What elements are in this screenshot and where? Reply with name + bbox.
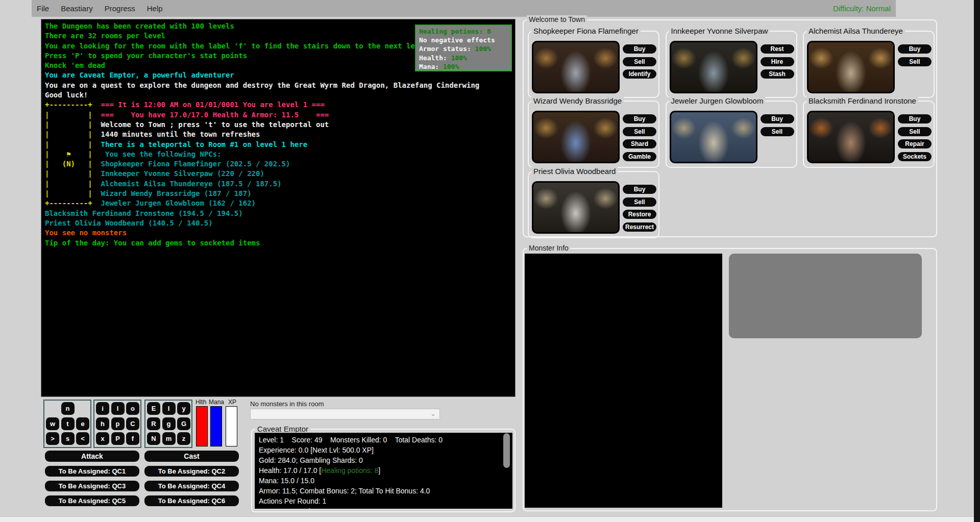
key-z[interactable]: z <box>177 432 190 445</box>
npc-buy-button[interactable]: Buy <box>898 44 932 54</box>
menu-item-file[interactable]: File <box>35 4 51 13</box>
key-P[interactable]: P <box>111 432 125 445</box>
npc-portrait <box>532 41 620 93</box>
menu-item-beastiary[interactable]: Beastiary <box>59 4 95 13</box>
key-<[interactable]: < <box>76 432 89 445</box>
key-G[interactable]: G <box>177 417 190 430</box>
npc-identify-button[interactable]: Identify <box>623 69 656 79</box>
key-p[interactable]: p <box>111 417 125 430</box>
hud-line-segment: 100% <box>443 63 459 70</box>
npc-card-3: Alchemist Ailsa ThundereyeBuySell <box>803 31 935 98</box>
key-R[interactable]: R <box>147 417 160 430</box>
console-line-segment <box>92 199 101 207</box>
monster-select-dropdown[interactable]: ⌄ <box>250 409 440 419</box>
key-y[interactable]: y <box>177 402 190 415</box>
key-s[interactable]: s <box>61 432 75 445</box>
key-t[interactable]: t <box>61 417 75 430</box>
npc-name: Shopkeeper Fiona Flamefinger <box>531 27 641 35</box>
key-m[interactable]: m <box>162 432 176 445</box>
npc-buy-button[interactable]: Buy <box>623 44 656 54</box>
console-line-segment: 1440 minutes until the town refreshes <box>101 130 260 138</box>
key-g[interactable]: g <box>162 417 176 430</box>
console-line: +---------+ Jeweler Jurgen Glowbloom (16… <box>45 198 515 208</box>
npc-sockets-button[interactable]: Sockets <box>898 152 932 161</box>
npc-portrait <box>807 111 895 163</box>
npc-buy-button[interactable]: Buy <box>761 114 794 123</box>
key-o[interactable]: o <box>126 402 139 415</box>
npc-sell-button[interactable]: Sell <box>623 197 656 207</box>
stats-scrollbar-thumb[interactable] <box>503 433 510 468</box>
console-line-segment: You see no monsters <box>45 229 127 237</box>
console-line-segment <box>92 189 101 197</box>
quick-command-button-1[interactable]: To Be Assigned: QC1 <box>45 466 139 477</box>
hud-line: Health: 100% <box>419 54 508 62</box>
hud-line-segment: Mana: <box>419 63 443 70</box>
console-line: | | Welcome to Town ; press 't' to use t… <box>45 120 515 130</box>
console-line-segment: Innkeeper Yvonne Silverpaw (220 / 220) <box>101 169 264 178</box>
xp-bar-label: XP <box>228 399 236 406</box>
quick-command-button-2[interactable]: To Be Assigned: QC2 <box>144 466 239 477</box>
menu-item-progress[interactable]: Progress <box>103 4 137 13</box>
console-line-segment <box>92 169 101 178</box>
console-line: +---------+ === It is 12:00 AM on 01/01/… <box>45 100 515 110</box>
npc-buy-button[interactable]: Buy <box>623 114 656 123</box>
hud-line: No negative effects <box>419 36 508 44</box>
key-n[interactable]: n <box>61 402 75 415</box>
console-line-segment <box>92 160 101 168</box>
key->[interactable]: > <box>46 432 59 445</box>
hud-line: Mana: 100% <box>419 62 508 71</box>
npc-sell-button[interactable]: Sell <box>898 57 932 66</box>
quick-command-button-5[interactable]: To Be Assigned: QC5 <box>45 495 139 506</box>
xp-bar <box>226 406 237 446</box>
hud-line: Healing potions: 8 <box>419 27 508 36</box>
npc-buy-button[interactable]: Buy <box>623 185 656 194</box>
key-i[interactable]: i <box>96 402 109 415</box>
console-line: | | 1440 minutes until the town refreshe… <box>45 130 515 139</box>
key-f[interactable]: f <box>126 432 139 445</box>
npc-name: Blacksmith Ferdinand Ironstone <box>806 96 918 105</box>
quick-command-button-6[interactable]: To Be Assigned: QC6 <box>144 495 239 506</box>
character-stats: Level: 1 Score: 49 Monsters Killed: 0 To… <box>254 432 513 509</box>
npc-stash-button[interactable]: Stash <box>761 69 794 79</box>
npc-name: Wizard Wendy Brassridge <box>531 96 624 105</box>
attack-button[interactable]: Attack <box>45 451 139 462</box>
key-C[interactable]: C <box>126 417 139 430</box>
npc-shard-button[interactable]: Shard <box>623 139 656 148</box>
console-line-segment: | | <box>45 111 92 119</box>
quick-command-button-4[interactable]: To Be Assigned: QC4 <box>144 481 239 491</box>
npc-rest-button[interactable]: Rest <box>761 44 794 54</box>
hlth-bar-label: Hlth <box>195 399 206 406</box>
npc-sell-button[interactable]: Sell <box>623 127 656 136</box>
key-w[interactable]: w <box>46 417 59 430</box>
console-line-segment: | | <box>45 189 92 197</box>
key-N[interactable]: N <box>147 432 160 445</box>
key-I[interactable]: I <box>162 402 176 415</box>
npc-restore-button[interactable]: Restore <box>623 210 656 219</box>
npc-sell-button[interactable]: Sell <box>623 57 656 66</box>
npc-card-7: Priest Olivia WoodbeardBuySellRestoreRes… <box>528 171 659 238</box>
npc-sell-button[interactable]: Sell <box>898 127 932 136</box>
npc-hire-button[interactable]: Hire <box>761 57 794 66</box>
npc-buy-button[interactable]: Buy <box>898 114 932 123</box>
screen-right-edge <box>974 0 980 522</box>
menu-bar: FileBeastiaryProgressHelp Difficulty: No… <box>32 0 896 17</box>
hud-line-segment: Healing potions: 8 <box>419 28 491 35</box>
npc-repair-button[interactable]: Repair <box>898 139 932 148</box>
console-line-segment: === You have 17.0/17.0 Health & Armor: 1… <box>101 111 329 119</box>
cast-button[interactable]: Cast <box>144 451 239 462</box>
console-line-segment: The Dungeon has been created with 100 le… <box>45 22 234 30</box>
npc-sell-button[interactable]: Sell <box>761 127 794 136</box>
npc-resurrect-button[interactable]: Resurrect <box>623 222 656 232</box>
stat-line: Experience: 0.0 [Next Lvl: 500.0 XP] <box>259 445 508 455</box>
key-h[interactable]: h <box>96 417 109 430</box>
stat-line-segment: Mana: 15.0 / 15.0 <box>259 477 314 485</box>
console-line: Priest Olivia Woodbeard (140.5 / 140.5) <box>45 218 515 228</box>
key-l[interactable]: l <box>111 402 125 415</box>
key-x[interactable]: x <box>96 432 109 445</box>
menu-item-help[interactable]: Help <box>145 4 165 13</box>
quick-command-button-3[interactable]: To Be Assigned: QC3 <box>45 481 139 491</box>
key-e[interactable]: e <box>76 417 89 430</box>
key-E[interactable]: E <box>147 402 160 415</box>
npc-gamble-button[interactable]: Gamble <box>623 152 656 161</box>
stat-line-segment: Gold: 284.0; Gambling Shards: 0 <box>259 456 363 464</box>
